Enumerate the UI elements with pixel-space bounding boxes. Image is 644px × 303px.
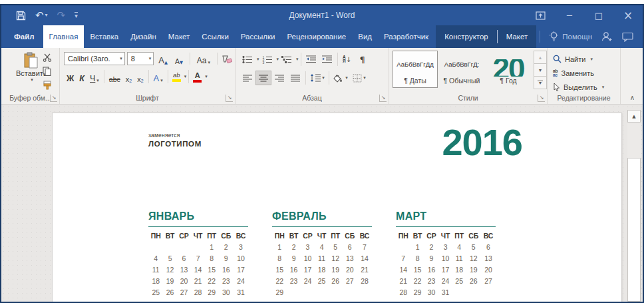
close-button[interactable]: × (613, 5, 643, 25)
clear-formatting-button[interactable] (222, 54, 232, 64)
change-case-button[interactable]: Aa▾ (194, 51, 213, 67)
underline-button[interactable]: Ч▾ (87, 69, 102, 85)
copy-icon[interactable] (43, 67, 51, 76)
styles-dialog-launcher-icon[interactable]: ↘ (538, 95, 545, 102)
date-cell: 26 (329, 275, 343, 286)
sign-in-button[interactable] (601, 31, 613, 42)
shrink-font-button[interactable]: А▼ (172, 51, 186, 67)
tab-ссылки[interactable]: Ссылки (196, 25, 235, 48)
date-cell: 19 (466, 264, 481, 275)
person-add-icon (601, 31, 613, 42)
show-marks-button[interactable]: ¶ (355, 52, 371, 67)
bullets-button[interactable] (240, 52, 255, 67)
decrease-indent-button[interactable] (303, 52, 319, 67)
align-left-button[interactable] (240, 71, 255, 85)
superscript-button[interactable]: x2 (134, 69, 146, 85)
date-cell: 2 (287, 241, 300, 252)
redo-icon[interactable]: ↷ (57, 11, 66, 21)
scroll-up-icon[interactable]: ▲ (627, 110, 641, 123)
justify-button[interactable] (287, 71, 303, 85)
tell-me-button[interactable]: Помощн (550, 31, 592, 42)
comments-button[interactable] (622, 32, 633, 42)
numbering-button[interactable]: 123 (259, 52, 275, 67)
font-color-button[interactable]: А (191, 71, 204, 83)
tab-главная[interactable]: Главная (43, 25, 84, 48)
style-card[interactable]: АаБбВвГгД:¶ Обычный (439, 51, 484, 88)
date-cell: 8 (272, 252, 287, 264)
document-page[interactable]: заменяется ЛОГОТИПОМ 2016 ЯНВАРЬПНВТСРЧТ… (52, 113, 622, 303)
maximize-button[interactable]: □ (584, 5, 613, 25)
tab-вставка[interactable]: Вставка (84, 25, 124, 48)
shading-button[interactable]: ▾ (331, 71, 350, 85)
font-size-combobox[interactable]: 8▾ (127, 52, 154, 65)
style-card[interactable]: 20¶ Год (486, 51, 531, 88)
undo-button[interactable]: ↶▾ (35, 11, 48, 21)
date-cell: 16 (424, 264, 439, 275)
tab-дизайн[interactable]: Дизайн (124, 25, 162, 48)
font-dialog-launcher-icon[interactable]: ↘ (226, 95, 233, 102)
bold-button[interactable]: Ж (64, 69, 77, 85)
paragraph-dialog-launcher-icon[interactable]: ↘ (379, 95, 387, 102)
customize-qat-button[interactable]: ▾ (75, 12, 78, 19)
tab-file[interactable]: Файл (5, 25, 43, 48)
align-center-button[interactable] (255, 71, 271, 85)
month-block: МАРТПНВТСРЧТПТСБВС1234567891011121314151… (396, 210, 496, 298)
grow-font-button[interactable]: А▲ (156, 51, 170, 67)
styles-more-button[interactable]: ▾ (534, 76, 547, 89)
save-icon[interactable] (16, 11, 26, 21)
subscript-button[interactable]: x2 (123, 69, 134, 85)
tab-рецензирование[interactable]: Рецензирование (281, 25, 352, 48)
replace-button[interactable]: abac Заменить (553, 66, 620, 80)
date-cell: 20 (177, 275, 192, 286)
tab-вид[interactable]: Вид (352, 25, 378, 48)
select-button[interactable]: Выделить ▾ (553, 80, 620, 94)
line-spacing-button[interactable]: ▾ (308, 71, 327, 85)
date-cell: 28 (396, 286, 410, 298)
styles-scroll-up-icon[interactable]: ▴ (534, 51, 547, 63)
highlight-dropdown-icon[interactable]: ▾ (184, 74, 187, 79)
cut-icon[interactable] (43, 53, 52, 62)
collapse-ribbon-icon[interactable]: ∧ (630, 94, 635, 101)
sort-button[interactable]: АЯ ↓ (340, 52, 355, 67)
font-name-combobox[interactable]: Calibri (Заго.▾ (64, 52, 125, 65)
ribbon-display-options-button[interactable] (526, 5, 555, 25)
date-cell: 13 (481, 252, 496, 264)
weekday-cell: ВТ (287, 230, 300, 241)
borders-button[interactable]: ▾ (350, 71, 369, 85)
month-name: ЯНВАРЬ (148, 210, 248, 222)
find-button[interactable]: Найти ▾ (553, 52, 620, 66)
text-effects-button[interactable]: А▾ (151, 69, 166, 85)
minimize-button[interactable]: ─ (555, 5, 584, 25)
paragraph-group-label: Абзац (236, 94, 389, 102)
increase-indent-button[interactable] (319, 52, 335, 67)
styles-scroll-down-icon[interactable]: ▾ (534, 63, 547, 76)
date-cell: 20 (343, 264, 357, 275)
vertical-scrollbar[interactable]: ▲ (627, 110, 641, 302)
date-cell: 12 (466, 252, 481, 264)
contextual-tab-макет[interactable]: Макет (498, 25, 537, 48)
multilevel-dropdown-icon[interactable]: ▾ (296, 57, 299, 62)
highlight-button[interactable]: ab (170, 71, 183, 82)
scrollbar-thumb[interactable] (627, 158, 641, 302)
tab-разработчик[interactable]: Разработчик (378, 25, 434, 48)
align-right-button[interactable] (271, 71, 287, 85)
date-cell: 16 (287, 264, 300, 275)
font-color-dropdown-icon[interactable]: ▾ (205, 74, 208, 79)
tab-макет[interactable]: Макет (162, 25, 196, 48)
strikethrough-button[interactable]: abc (106, 69, 123, 85)
date-cell: 30 (219, 286, 234, 298)
style-card[interactable]: АаБбВвГгДд¶ Даты (393, 51, 438, 88)
italic-button[interactable]: К (77, 69, 87, 85)
multilevel-list-button[interactable] (279, 52, 295, 67)
divider (337, 53, 338, 66)
undo-dropdown-icon[interactable]: ▾ (45, 13, 48, 18)
contextual-tab-конструктор[interactable]: Конструктор (436, 25, 497, 48)
lightbulb-icon (550, 31, 558, 42)
tab-рассылки[interactable]: Рассылки (235, 25, 281, 48)
format-painter-icon[interactable] (43, 81, 52, 90)
date-cell: 26 (163, 286, 176, 298)
date-cell (163, 241, 176, 252)
date-cell: 19 (329, 264, 343, 275)
date-cell (357, 286, 372, 298)
clipboard-dialog-launcher-icon[interactable]: ↘ (50, 95, 57, 102)
